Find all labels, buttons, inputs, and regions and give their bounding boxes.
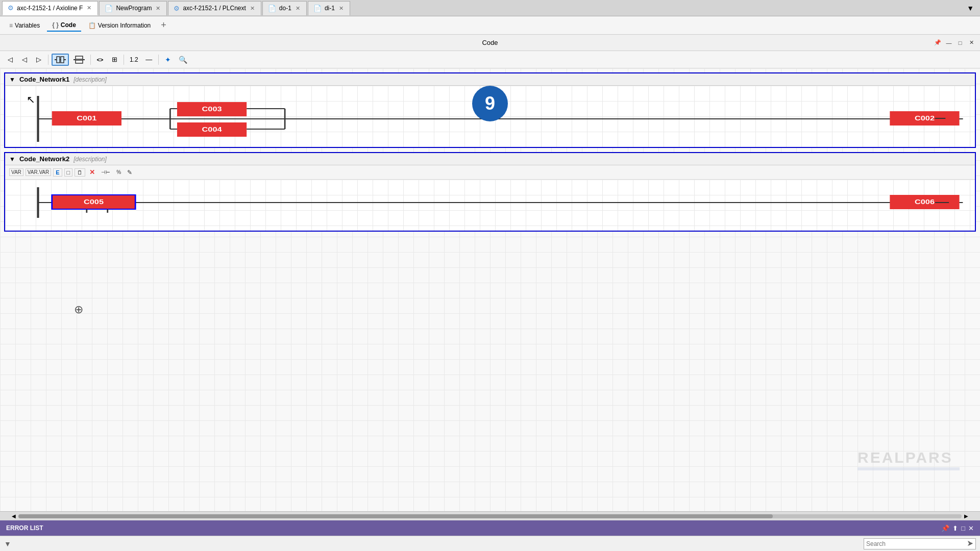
n2t-box-btn[interactable]: □ [64,168,73,177]
tab-do1[interactable]: 📄 do-1 ✕ [262,1,307,15]
tool-sep-1 [48,55,48,65]
error-list-footer: ▼ ⮞ [0,536,980,551]
tab-label-2: NewProgram [116,5,152,12]
special-btn[interactable]: ✦ [162,54,174,66]
error-list-bar: ERROR LIST 📌 ⬆ □ ✕ [0,520,980,536]
search-btn[interactable]: 🔍 [176,54,190,66]
contact-parallel-btn[interactable] [71,54,87,66]
code-area: Code 📌 — □ ✕ ◁ ◁ ▷ [0,35,980,520]
contact-series-btn[interactable] [52,54,69,66]
network2-toolbar: VAR VAR.VAR E □ 🗒 ✕ ⊣⊢ % ✎ [5,165,975,180]
n2t-frac-btn[interactable]: % [114,168,123,176]
watermark-text: REALPARS [857,449,960,466]
panel-restore-btn[interactable]: □ [955,38,965,47]
drag-cursor: ⊕ [74,303,83,316]
n2t-e-btn[interactable]: E [53,168,62,177]
network2-desc: [description] [74,156,107,163]
code-panel-title: Code [482,39,498,46]
scroll-left-btn[interactable]: ◀ [9,512,18,521]
search-input[interactable] [866,540,965,547]
network2-header: ▼ Code_Network2 [description] [5,153,975,165]
network2-content: C005 C006 [5,180,975,231]
code-toolbar: ◁ ◁ ▷ [0,51,980,68]
network2: ▼ Code_Network2 [description] VAR VAR.VA… [4,152,976,232]
tab-close-5[interactable]: ✕ [338,5,345,12]
tab-label-1: axc-f-2152-1 / Axioline F [17,5,83,12]
network1-collapse[interactable]: ▼ [9,76,15,83]
network2-name: Code_Network2 [19,155,69,163]
app-container: ⚙ axc-f-2152-1 / Axioline F ✕ 📄 NewProgr… [0,0,980,551]
code-canvas[interactable]: ▼ Code_Network1 [description] C001 [0,68,980,511]
n2t-edit-btn[interactable]: ✎ [125,168,134,177]
scroll-right-btn[interactable]: ▶ [962,512,971,521]
network2-diagram: C005 C006 [10,185,970,220]
filter-icon: ▼ [4,540,11,548]
tab-close-2[interactable]: ✕ [155,5,161,12]
add-tab-btn[interactable]: + [158,20,169,31]
contact-series-icon [55,56,66,64]
nav-back-btn[interactable]: ◁ [18,54,31,66]
error-list-float-btn[interactable]: □ [961,524,965,532]
panel-close-btn[interactable]: ✕ [967,38,976,47]
search-go-icon[interactable]: ⮞ [967,540,973,547]
tab-overflow-btn[interactable]: ▼ [963,4,978,12]
error-list-expand-btn[interactable]: ⬆ [952,524,958,532]
variables-label: Variables [15,22,40,29]
function-block-btn[interactable]: ⊞ [108,54,120,66]
panel-minimize-btn[interactable]: — [944,38,953,47]
tab-plcnext[interactable]: ⚙ axc-f-2152-1 / PLCnext ✕ [168,1,261,15]
network1-desc: [description] [74,76,107,83]
error-list-pin-btn[interactable]: 📌 [941,524,949,532]
watermark: REALPARS [857,449,960,470]
variables-icon: ≡ [9,22,13,29]
panel-pin-btn[interactable]: 📌 [933,38,942,47]
version-tab[interactable]: 📋 Version Information [83,20,156,31]
version-label: Version Information [98,22,151,29]
tab-di1[interactable]: 📄 di-1 ✕ [308,1,350,15]
tab-bar: ⚙ axc-f-2152-1 / Axioline F ✕ 📄 NewProgr… [0,0,980,16]
n2t-delete-btn[interactable]: ✕ [87,167,97,177]
version-icon: 📋 [88,22,96,29]
network1-header: ▼ Code_Network1 [description] [5,73,975,86]
tab-icon-5: 📄 [313,5,322,12]
nav-forward-btn[interactable]: ▷ [33,54,45,66]
scroll-thumb[interactable] [18,514,773,518]
main-toolbar: ≡ Variables { } Code 📋 Version Informati… [0,16,980,35]
tab-icon-3: ⚙ [174,5,180,12]
zoom-dash-btn[interactable]: — [143,54,155,66]
variables-tab[interactable]: ≡ Variables [4,20,45,31]
svg-text:C005: C005 [84,198,104,205]
zoom-value: 1.2 [130,56,138,63]
error-list-close-btn[interactable]: ✕ [968,524,974,532]
n2t-var-btn[interactable]: VAR [9,168,23,176]
network2-collapse[interactable]: ▼ [9,156,15,163]
code-tab[interactable]: { } Code [47,19,81,32]
scroll-track[interactable] [18,514,962,518]
code-panel-header: Code 📌 — □ ✕ [0,35,980,51]
tab-icon-2: 📄 [105,5,113,12]
error-list-title: ERROR LIST [6,524,43,532]
tab-label-3: axc-f-2152-1 / PLCnext [183,5,246,12]
watermark-underline [857,467,960,470]
error-list-controls: 📌 ⬆ □ ✕ [941,524,974,532]
tab-close-1[interactable]: ✕ [86,5,92,11]
tab-close-4[interactable]: ✕ [295,5,301,12]
tab-axioline[interactable]: ⚙ axc-f-2152-1 / Axioline F ✕ [2,1,98,15]
n2t-varvar-btn[interactable]: VAR.VAR [26,168,51,176]
code-panel-controls: 📌 — □ ✕ [933,38,976,47]
svg-rect-3 [61,57,64,63]
contact-parallel-icon [74,56,85,64]
svg-rect-1 [57,57,60,63]
n2t-doc-btn[interactable]: 🗒 [75,168,85,177]
zoom-display: 1.2 [127,54,141,66]
n2t-func1-btn[interactable]: ⊣⊢ [99,168,112,176]
tab-close-3[interactable]: ✕ [249,5,256,12]
search-box: ⮞ [864,538,976,549]
svg-rect-7 [76,60,83,63]
tool-sep-2 [90,55,91,65]
tab-label-4: do-1 [279,5,291,12]
undo-btn[interactable]: ◁ [4,54,16,66]
ld-text-btn[interactable]: <> [94,54,106,66]
tab-newprogram[interactable]: 📄 NewProgram ✕ [99,1,167,15]
scrollbar-horizontal[interactable]: ◀ ▶ [0,511,980,520]
